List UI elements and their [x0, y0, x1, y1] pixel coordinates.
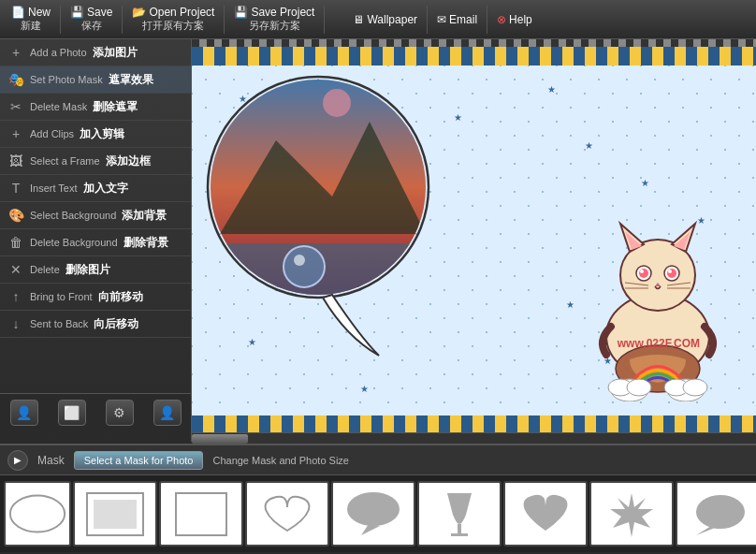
sidebar-icon-user2[interactable]: 👤	[153, 400, 182, 426]
add-clips-item[interactable]: + Add Clips 加入剪辑	[0, 121, 191, 148]
play-icon: ▶	[14, 455, 22, 465]
insert-text-item[interactable]: T Insert Text 加入文字	[0, 175, 191, 202]
open-project-button[interactable]: 📂 Open Project 打开原有方案	[124, 4, 222, 35]
mask-thumb-oval[interactable]	[4, 481, 71, 547]
sidebar-icon-crop[interactable]: ⬜	[58, 400, 86, 426]
new-cn-label: 新建	[21, 19, 41, 33]
change-mask-button[interactable]: Change Mask and Photo Size	[212, 455, 349, 466]
mask-thumbnails	[0, 475, 756, 552]
email-label: Email	[449, 13, 477, 26]
svg-point-29	[627, 379, 651, 396]
divider-2	[122, 6, 123, 34]
select-frame-item[interactable]: 🖼 Select a Frame 添加边框	[0, 148, 191, 175]
sidebar-icon-settings[interactable]: ⚙	[106, 400, 134, 426]
svg-point-6	[284, 246, 325, 287]
divider-6	[487, 6, 487, 34]
mask-thumb-speech[interactable]	[331, 481, 415, 547]
help-icon: ⊗	[497, 13, 506, 26]
mask-thumb-rect-border[interactable]	[73, 481, 157, 547]
add-photo-icon: +	[7, 44, 24, 61]
svg-rect-40	[451, 533, 468, 536]
stripe-bottom	[192, 416, 756, 434]
wallpaper-button[interactable]: 🖥 Wallpaper	[345, 11, 425, 28]
svg-point-37	[347, 492, 400, 526]
divider-3	[224, 6, 225, 34]
bring-front-icon: ↑	[7, 288, 24, 305]
svg-point-17	[639, 269, 648, 278]
svg-point-19	[640, 270, 644, 273]
save-label: Save	[87, 6, 112, 19]
cat-svg	[578, 196, 737, 401]
speech-bubble-svg	[201, 66, 444, 384]
select-frame-icon: 🖼	[7, 153, 24, 169]
bring-front-item[interactable]: ↑ Bring to Front 向前移动	[0, 284, 191, 311]
add-photo-item[interactable]: + Add a Photo 添加图片	[0, 39, 191, 66]
save-project-button[interactable]: 💾 Save Project 另存新方案	[226, 4, 322, 35]
open-icon: 📂	[132, 6, 146, 19]
mask-thumb-burst[interactable]	[589, 481, 674, 547]
star-deco: ★	[360, 384, 369, 394]
mask-thumb-heart2[interactable]	[503, 481, 588, 547]
mask-thumb-square[interactable]	[159, 481, 243, 547]
svg-point-20	[668, 270, 672, 273]
canvas-content[interactable]: ★ ★ ★ ★ ★ ★ ★ ★ ★ ★ ★	[192, 47, 756, 434]
email-icon: ✉	[437, 13, 446, 26]
scrollbar-thumb[interactable]	[192, 434, 248, 444]
open-cn-label: 打开原有方案	[142, 19, 204, 33]
new-label: New	[28, 6, 51, 19]
mask-thumb-heart[interactable]	[245, 481, 329, 547]
help-label: Help	[509, 13, 532, 26]
select-mask-button[interactable]: Select a Mask for Photo	[74, 451, 204, 470]
stripe-top	[192, 47, 756, 66]
canvas-border-top	[192, 39, 756, 47]
top-toolbar: 📄 New 新建 💾 Save 保存 📂 Open Project 打开原有方案…	[0, 0, 756, 39]
mask-label: Mask	[37, 454, 65, 467]
canvas-scrollbar[interactable]	[192, 432, 756, 444]
left-sidebar: + Add a Photo 添加图片 🎭 Set Photo Mask 遮罩效果…	[0, 39, 192, 442]
delete-bg-item[interactable]: 🗑 Delete Background 删除背景	[0, 229, 191, 256]
sidebar-icon-user[interactable]: 👤	[10, 400, 38, 426]
set-mask-icon: 🎭	[7, 71, 24, 88]
star-deco: ★	[547, 84, 556, 95]
main-canvas: ★ ★ ★ ★ ★ ★ ★ ★ ★ ★ ★	[192, 39, 756, 442]
delete-icon: ✕	[7, 261, 24, 278]
help-button[interactable]: ⊗ Help	[489, 11, 540, 28]
delete-item[interactable]: ✕ Delete 删除图片	[0, 256, 191, 284]
save-project-cn-label: 另存新方案	[249, 19, 300, 33]
svg-rect-39	[458, 524, 461, 533]
send-back-item[interactable]: ↓ Sent to Back 向后移动	[0, 311, 191, 338]
mask-bar: ▶ Mask Select a Mask for Photo Change Ma…	[0, 445, 756, 475]
svg-point-32	[683, 379, 707, 396]
delete-mask-item[interactable]: ✂ Delete Mask 删除遮罩	[0, 94, 191, 121]
new-button[interactable]: 📄 New 新建	[4, 4, 58, 35]
save-icon: 💾	[70, 6, 84, 19]
svg-rect-35	[94, 500, 137, 529]
sidebar-bottom: 👤 ⬜ ⚙ 👤	[0, 393, 192, 430]
save-button[interactable]: 💾 Save 保存	[63, 4, 120, 35]
delete-bg-icon: 🗑	[7, 234, 24, 251]
bottom-panel: ▶ Mask Select a Mask for Photo Change Ma…	[0, 444, 756, 554]
cat-illustration	[578, 196, 737, 411]
speech-bubble-container[interactable]	[201, 66, 444, 365]
select-bg-item[interactable]: 🎨 Select Background 添加背景	[0, 202, 191, 229]
svg-point-18	[667, 269, 676, 278]
svg-rect-36	[176, 493, 226, 535]
email-button[interactable]: ✉ Email	[429, 11, 485, 28]
svg-marker-41	[610, 493, 653, 537]
svg-marker-43	[696, 526, 715, 535]
insert-text-icon: T	[7, 180, 24, 197]
svg-point-42	[696, 495, 745, 529]
star-deco: ★	[641, 178, 649, 188]
delete-mask-icon: ✂	[7, 98, 24, 115]
set-mask-item[interactable]: 🎭 Set Photo Mask 遮罩效果	[0, 66, 191, 94]
wallpaper-label: Wallpaper	[367, 13, 417, 26]
star-deco: ★	[566, 299, 574, 310]
wallpaper-icon: 🖥	[353, 13, 364, 26]
svg-point-33	[10, 495, 65, 532]
add-clips-icon: +	[7, 125, 24, 142]
mask-thumb-goblet[interactable]	[417, 481, 502, 547]
play-button[interactable]: ▶	[7, 450, 28, 471]
mask-thumb-speech-left[interactable]	[676, 481, 756, 547]
divider-1	[60, 6, 61, 34]
new-icon: 📄	[11, 6, 25, 19]
